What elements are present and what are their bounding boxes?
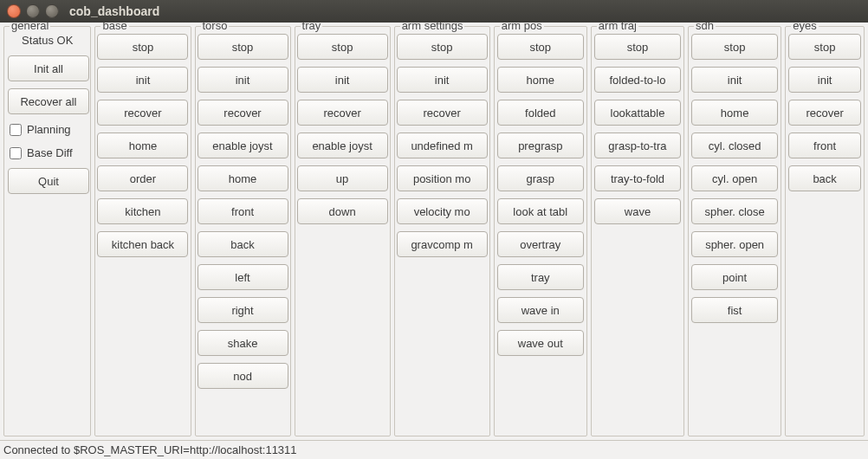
panel-sdh: sdh stopinithomecyl. closedcyl. opensphe… bbox=[688, 26, 781, 436]
panel-buttons: stopinitrecoverfrontback bbox=[789, 34, 860, 191]
action-button[interactable]: undefined m bbox=[397, 133, 488, 158]
action-button[interactable]: wave in bbox=[497, 297, 584, 323]
action-button[interactable]: grasp bbox=[497, 165, 584, 191]
action-button[interactable]: enable joyst bbox=[297, 133, 388, 158]
panel-arm-pos: arm pos stophomefoldedpregraspgrasplook … bbox=[494, 26, 587, 436]
panel-buttons: stopinitrecoverhomeorderkitchenkitchen b… bbox=[99, 34, 186, 257]
action-button[interactable]: init bbox=[691, 67, 778, 93]
action-button[interactable]: back bbox=[198, 231, 288, 257]
panel-title-torso: torso bbox=[201, 23, 230, 32]
panel-title-arm-traj: arm traj bbox=[597, 23, 638, 32]
action-button[interactable]: back bbox=[788, 165, 861, 191]
main-content: general Status OK Init all Recover all P… bbox=[0, 23, 868, 440]
action-button[interactable]: fist bbox=[691, 297, 778, 323]
action-button[interactable]: home bbox=[497, 67, 584, 93]
action-button[interactable]: spher. open bbox=[691, 231, 778, 257]
planning-checkbox[interactable]: Planning bbox=[8, 121, 87, 138]
action-button[interactable]: stop bbox=[397, 34, 488, 60]
action-button[interactable]: tray-to-fold bbox=[594, 165, 681, 191]
action-button[interactable]: folded-to-lo bbox=[594, 67, 681, 93]
action-button[interactable]: stop bbox=[198, 34, 288, 60]
action-button[interactable]: cyl. open bbox=[691, 165, 778, 191]
action-button[interactable]: overtray bbox=[497, 231, 584, 257]
action-button[interactable]: lookattable bbox=[594, 100, 681, 126]
action-button[interactable]: cyl. closed bbox=[691, 133, 778, 158]
statusbar: Connected to $ROS_MASTER_URI=http://loca… bbox=[0, 440, 868, 459]
action-button[interactable]: home bbox=[691, 100, 778, 126]
panel-torso: torso stopinitrecoverenable joysthomefro… bbox=[195, 26, 291, 436]
action-button[interactable]: stop bbox=[97, 34, 188, 60]
basediff-checkbox-label: Base Diff bbox=[27, 146, 73, 159]
panel-buttons: stopinitrecoverenable joystupdown bbox=[299, 34, 386, 224]
action-button[interactable]: recover bbox=[788, 100, 861, 126]
action-button[interactable]: shake bbox=[198, 330, 288, 356]
window-titlebar: cob_dashboard bbox=[0, 0, 868, 23]
action-button[interactable]: grasp-to-tra bbox=[594, 133, 681, 158]
action-button[interactable]: left bbox=[198, 264, 288, 290]
action-button[interactable]: stop bbox=[691, 34, 778, 60]
panel-arm-traj: arm traj stopfolded-to-lolookattablegras… bbox=[591, 26, 684, 436]
init-all-button[interactable]: Init all bbox=[8, 55, 89, 81]
panel-tray: tray stopinitrecoverenable joystupdown bbox=[295, 26, 391, 436]
action-button[interactable]: tray bbox=[497, 264, 584, 290]
action-button[interactable]: recover bbox=[297, 100, 388, 126]
panel-title-base: base bbox=[100, 23, 128, 32]
action-button[interactable]: right bbox=[198, 297, 288, 323]
action-button[interactable]: kitchen back bbox=[97, 231, 188, 257]
action-button[interactable]: recover bbox=[97, 100, 188, 126]
recover-all-button[interactable]: Recover all bbox=[8, 88, 89, 114]
action-button[interactable]: pregrasp bbox=[497, 133, 584, 158]
action-button[interactable]: stop bbox=[788, 34, 861, 60]
action-button[interactable]: down bbox=[297, 198, 388, 224]
basediff-checkbox-input[interactable] bbox=[10, 147, 22, 159]
action-button[interactable]: init bbox=[788, 67, 861, 93]
action-button[interactable]: up bbox=[297, 165, 388, 191]
action-button[interactable]: stop bbox=[594, 34, 681, 60]
action-button[interactable]: look at tabl bbox=[497, 198, 584, 224]
panel-base: base stopinitrecoverhomeorderkitchenkitc… bbox=[94, 26, 191, 436]
quit-button[interactable]: Quit bbox=[8, 168, 89, 194]
action-button[interactable]: home bbox=[198, 165, 288, 191]
panel-buttons: stopinitrecoverenable joysthomefrontback… bbox=[199, 34, 287, 389]
action-button[interactable]: recover bbox=[397, 100, 488, 126]
action-button[interactable]: velocity mo bbox=[397, 198, 488, 224]
panel-general: general Status OK Init all Recover all P… bbox=[3, 26, 91, 436]
action-button[interactable]: front bbox=[788, 133, 861, 158]
status-text: Status OK bbox=[8, 34, 87, 48]
basediff-checkbox[interactable]: Base Diff bbox=[8, 145, 87, 161]
action-button[interactable]: front bbox=[198, 198, 288, 224]
action-button[interactable]: stop bbox=[297, 34, 388, 60]
action-button[interactable]: point bbox=[691, 264, 778, 290]
action-button[interactable]: wave out bbox=[497, 330, 584, 356]
action-button[interactable]: gravcomp m bbox=[397, 231, 488, 257]
panel-arm-settings: arm settings stopinitrecoverundefined mp… bbox=[394, 26, 490, 436]
panel-buttons: stopinithomecyl. closedcyl. openspher. c… bbox=[692, 34, 777, 323]
action-button[interactable]: nod bbox=[198, 363, 288, 389]
action-button[interactable]: init bbox=[198, 67, 288, 93]
action-button[interactable]: init bbox=[297, 67, 388, 93]
planning-checkbox-input[interactable] bbox=[10, 124, 22, 136]
action-button[interactable]: stop bbox=[497, 34, 584, 60]
action-button[interactable]: home bbox=[97, 133, 188, 158]
action-button[interactable]: init bbox=[397, 67, 488, 93]
panel-title-arm-pos: arm pos bbox=[500, 23, 544, 32]
action-button[interactable]: recover bbox=[198, 100, 288, 126]
panel-buttons: stophomefoldedpregraspgrasplook at tablo… bbox=[498, 34, 583, 356]
panel-title-tray: tray bbox=[301, 23, 323, 32]
action-button[interactable]: kitchen bbox=[97, 198, 188, 224]
window-minimize-icon[interactable] bbox=[26, 4, 40, 18]
window-maximize-icon[interactable] bbox=[45, 4, 59, 18]
action-button[interactable]: spher. close bbox=[691, 198, 778, 224]
panel-buttons: stopinitrecoverundefined mposition movel… bbox=[398, 34, 486, 257]
window-close-icon[interactable] bbox=[7, 4, 21, 18]
action-button[interactable]: order bbox=[97, 165, 188, 191]
panel-buttons: stopfolded-to-lolookattablegrasp-to-trat… bbox=[595, 34, 680, 224]
action-button[interactable]: enable joyst bbox=[198, 133, 288, 158]
action-button[interactable]: position mo bbox=[397, 165, 488, 191]
action-button[interactable]: wave bbox=[594, 198, 681, 224]
action-button[interactable]: init bbox=[97, 67, 188, 93]
window-title: cob_dashboard bbox=[69, 4, 159, 18]
action-button[interactable]: folded bbox=[497, 100, 584, 126]
panel-title-eyes: eyes bbox=[791, 23, 818, 32]
panel-title-sdh: sdh bbox=[694, 23, 716, 32]
